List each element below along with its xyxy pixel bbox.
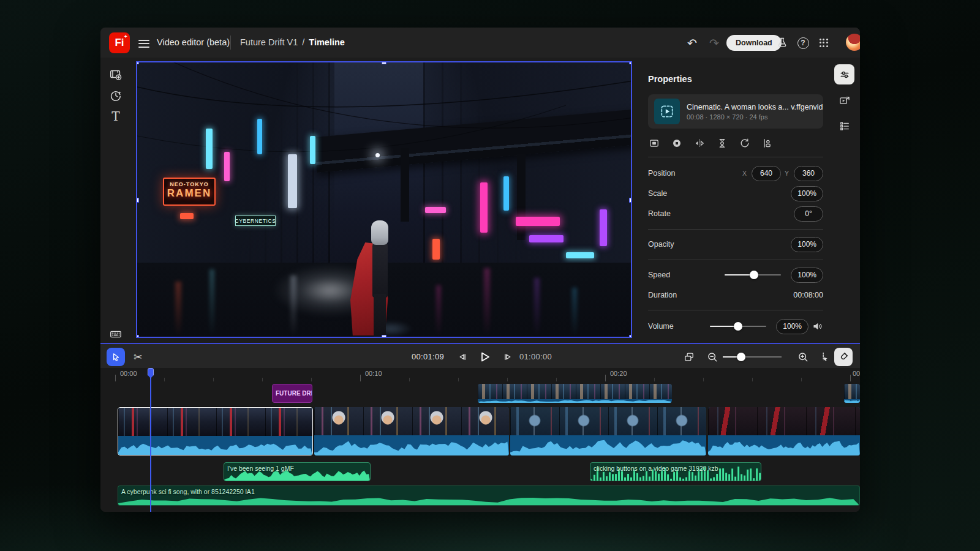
- music-clip[interactable]: A cyberpunk sci fi song, with or 8512422…: [118, 485, 860, 506]
- reflection: [436, 285, 441, 337]
- snap-magnet-toggle[interactable]: [834, 348, 853, 366]
- playhead[interactable]: [150, 368, 151, 512]
- ruler-label: 00:20: [610, 370, 627, 377]
- zoom-out-icon[interactable]: [704, 349, 720, 365]
- neon-sign: [257, 119, 262, 154]
- position-x-input[interactable]: 640: [752, 166, 781, 181]
- help-icon[interactable]: ?: [795, 35, 811, 51]
- keyboard-shortcuts-icon[interactable]: [105, 324, 126, 345]
- scale-input[interactable]: 100%: [791, 186, 823, 201]
- breadcrumb-project[interactable]: Future Drift V1: [240, 37, 298, 47]
- scale-label: Scale: [648, 189, 667, 198]
- firefly-logo[interactable]: Fi ✦: [109, 32, 130, 53]
- app-title: Video editor (beta): [157, 37, 230, 47]
- neon-sign: [480, 182, 488, 233]
- speed-slider[interactable]: [725, 271, 781, 279]
- sfx-clip-1[interactable]: I've been seeing 1 gMF: [224, 462, 371, 481]
- cybernetics-sign: CYBERNETICS: [235, 216, 276, 226]
- beaker-icon[interactable]: [774, 35, 790, 51]
- volume-input[interactable]: 100%: [776, 319, 809, 334]
- previous-frame-icon[interactable]: [454, 349, 470, 365]
- rotate-icon[interactable]: [737, 136, 752, 151]
- scale-row: Scale 100%: [648, 186, 823, 201]
- left-toolbar: T: [105, 64, 126, 127]
- zoom-in-icon[interactable]: [795, 349, 811, 365]
- clip-tools-row: [647, 136, 775, 151]
- video-preview-canvas[interactable]: NEO-TOKYO RAMEN CYBERNETICS: [136, 61, 632, 338]
- speed-input[interactable]: 100%: [791, 268, 823, 283]
- clip-audio-wave: [708, 435, 860, 455]
- opacity-input[interactable]: 100%: [791, 237, 823, 252]
- neon-sign: [529, 235, 564, 242]
- overlay-thumbnails: [478, 384, 672, 399]
- neon-sign: [516, 217, 560, 226]
- undo-button[interactable]: ↶: [684, 35, 700, 51]
- user-avatar[interactable]: [846, 34, 860, 51]
- video-clip-3[interactable]: [510, 407, 706, 455]
- properties-panel-button[interactable]: [834, 64, 854, 84]
- selection-handle[interactable]: [382, 335, 386, 338]
- text-clip-label: FUTURE DRIF: [276, 390, 312, 397]
- play-button[interactable]: [477, 349, 492, 365]
- selected-clip-card[interactable]: Cinematic. A woman looks a... v.ffgenvid…: [648, 94, 823, 129]
- selection-handle[interactable]: [629, 198, 632, 203]
- add-media-icon[interactable]: [105, 64, 126, 85]
- selection-handle[interactable]: [136, 198, 139, 203]
- generate-history-icon[interactable]: [105, 85, 126, 106]
- current-timecode: 00:01:09: [412, 352, 444, 361]
- y-axis-label: Y: [785, 170, 789, 177]
- mask-icon[interactable]: [669, 136, 684, 151]
- flip-horizontal-icon[interactable]: [692, 136, 707, 151]
- timeline-zoom-slider[interactable]: [723, 353, 782, 361]
- reflection: [534, 278, 540, 337]
- apps-grid-icon[interactable]: [816, 35, 832, 51]
- duration-label: Duration: [648, 291, 677, 299]
- queue-list-button[interactable]: [834, 116, 854, 136]
- selection-handle[interactable]: [629, 335, 632, 338]
- duration-hourglass-icon[interactable]: [715, 136, 729, 151]
- sparkle-icon: ✦: [124, 34, 127, 39]
- text-tool-icon[interactable]: T: [105, 106, 126, 127]
- select-tool-button[interactable]: [107, 348, 125, 366]
- fit-timeline-icon[interactable]: [681, 349, 697, 365]
- selection-handle[interactable]: [382, 61, 386, 64]
- video-clip-4[interactable]: [708, 407, 860, 455]
- download-button[interactable]: Download: [726, 35, 782, 51]
- neon-sign: [600, 209, 607, 246]
- selection-handle[interactable]: [136, 61, 139, 64]
- overlay-thumbnails: [844, 384, 860, 399]
- volume-slider[interactable]: [710, 322, 766, 331]
- redo-button[interactable]: ↷: [706, 35, 722, 51]
- neon-sign: [288, 154, 297, 208]
- video-clip-1-selected[interactable]: [118, 407, 313, 455]
- opacity-label: Opacity: [648, 240, 674, 249]
- export-clip-button[interactable]: [834, 90, 854, 110]
- align-objects-icon[interactable]: [760, 136, 775, 151]
- music-clip-label: A cyberpunk sci fi song, with or 8512422…: [121, 488, 255, 495]
- preview-frame: NEO-TOKYO RAMEN CYBERNETICS: [137, 62, 631, 337]
- app-window: Fi ✦ Video editor (beta) Future Drift V1…: [100, 28, 860, 512]
- timeline-ruler[interactable]: 00:00 00:10 00:20 00: [100, 368, 860, 381]
- text-clip-future-drift[interactable]: FUTURE DRIF: [272, 384, 312, 403]
- overlay-video-clip[interactable]: [478, 384, 672, 403]
- selection-handle[interactable]: [136, 335, 139, 338]
- selection-handle[interactable]: [629, 61, 632, 64]
- divider: [648, 157, 823, 157]
- snap-playhead-icon[interactable]: [816, 349, 832, 365]
- position-label: Position: [648, 169, 675, 178]
- street-lamp: [375, 153, 380, 157]
- neon-sign: [432, 239, 440, 260]
- split-tool-icon[interactable]: ✂: [130, 349, 146, 365]
- hamburger-menu-icon[interactable]: [138, 37, 149, 47]
- next-frame-icon[interactable]: [500, 349, 516, 365]
- position-y-input[interactable]: 360: [794, 166, 823, 181]
- reflection: [209, 269, 214, 337]
- sfx-clip-2[interactable]: clicking buttons on a video game 31920 k…: [590, 462, 761, 481]
- rotate-input[interactable]: 0°: [794, 206, 823, 222]
- header-divider: [230, 36, 231, 50]
- speaker-icon[interactable]: [812, 321, 823, 332]
- clip-meta: 00:08 · 1280 × 720 · 24 fps: [687, 113, 823, 121]
- fill-frame-icon[interactable]: [647, 136, 662, 151]
- video-clip-2[interactable]: [314, 407, 509, 455]
- overlay-video-clip-right[interactable]: [844, 384, 860, 403]
